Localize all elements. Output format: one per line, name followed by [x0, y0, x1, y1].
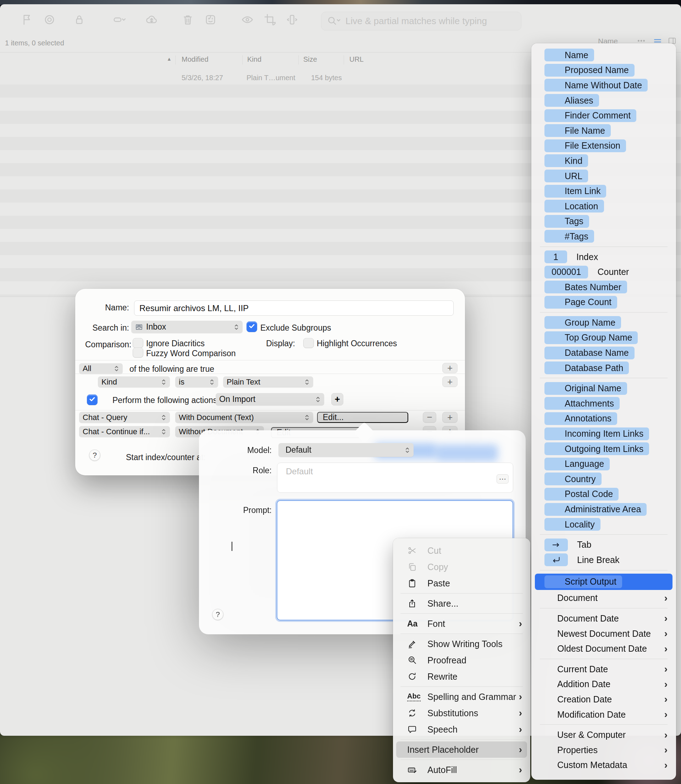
placeholder-menu-item[interactable]: Database Name › — [531, 345, 676, 360]
remove-action-button[interactable]: − — [423, 412, 436, 423]
help-button[interactable]: ? — [212, 609, 223, 620]
placeholder-menu-item[interactable]: Newest Document Date › — [531, 626, 676, 641]
context-menu-item[interactable]: AutoFill › — [396, 762, 527, 778]
search-input[interactable] — [345, 15, 516, 27]
placeholder-menu-item[interactable]: Name › — [531, 48, 676, 63]
placeholder-menu-item[interactable]: Kind › — [531, 153, 676, 168]
placeholder-menu-item[interactable]: User & Computer › — [531, 727, 676, 743]
column-divider[interactable] — [242, 55, 242, 65]
add-action-row-button[interactable]: + — [442, 412, 458, 423]
context-menu-item[interactable]: Show Writing Tools › — [396, 636, 527, 652]
add-condition-row-button[interactable]: + — [442, 376, 458, 387]
context-menu-item[interactable]: Paste › — [396, 575, 527, 591]
context-menu-item[interactable]: Proofread › — [396, 652, 527, 668]
placeholder-menu-item[interactable]: Annotations › — [531, 411, 676, 426]
placeholder-menu-item[interactable]: Line Break › — [531, 552, 676, 568]
placeholder-menu-item[interactable]: Current Date › — [531, 662, 676, 677]
column-header-modified[interactable]: Modified — [182, 54, 209, 65]
placeholder-menu-item[interactable]: Bates Number › — [531, 280, 676, 295]
condition-operator-dropdown[interactable]: is — [175, 376, 218, 387]
action-type-dropdown[interactable]: Chat - Continue if... — [79, 426, 170, 437]
column-divider[interactable] — [344, 55, 344, 65]
placeholder-menu-item[interactable]: Administrative Area › — [531, 502, 676, 517]
placeholder-menu-item[interactable]: Document › — [531, 591, 676, 606]
exclude-subgroups-checkbox[interactable] — [247, 322, 257, 332]
context-menu-item[interactable]: Share... › — [396, 595, 527, 611]
placeholder-menu-item[interactable]: Oldest Document Date › — [531, 641, 676, 656]
fuzzy-word-checkbox[interactable] — [133, 348, 143, 358]
placeholder-menu-item[interactable]: Location › — [531, 199, 676, 214]
placeholder-menu-item[interactable]: Document Date › — [531, 611, 676, 626]
placeholder-menu-item[interactable]: Top Group Name › — [531, 330, 676, 345]
placeholder-menu-item[interactable]: Name Without Date › — [531, 78, 676, 93]
placeholder-menu-item[interactable]: Language › — [531, 456, 676, 472]
condition-field-dropdown[interactable]: Kind — [98, 376, 170, 387]
context-menu-item[interactable]: › — [401, 593, 523, 594]
placeholder-menu-item[interactable]: Database Path › — [531, 360, 676, 376]
context-menu-item[interactable]: Copy › — [396, 559, 527, 575]
rule-name-input[interactable] — [134, 301, 454, 316]
edit-action-button[interactable]: Edit... — [317, 412, 408, 423]
placeholder-menu-item[interactable]: Country › — [531, 472, 676, 487]
placeholder-menu-item[interactable]: Tab › — [531, 537, 676, 552]
placeholder-menu-item[interactable]: › — [540, 378, 668, 378]
highlight-occurrences-checkbox[interactable] — [303, 338, 314, 348]
column-header-kind[interactable]: Kind — [247, 54, 261, 65]
placeholder-menu-item[interactable]: Incoming Item Links › — [531, 426, 676, 441]
context-menu-item[interactable]: Aa Font › — [396, 616, 527, 632]
placeholder-menu-item[interactable]: Tags › — [531, 214, 676, 229]
placeholder-menu-item[interactable]: Script Output › — [535, 573, 673, 590]
column-divider[interactable] — [298, 55, 299, 65]
placeholder-menu-item[interactable]: Aliases › — [531, 93, 676, 108]
context-menu-item[interactable]: › — [401, 686, 523, 687]
role-more-button[interactable]: ⋯ — [497, 474, 508, 483]
placeholder-menu-item[interactable]: Item Link › — [531, 184, 676, 199]
placeholder-menu-item[interactable]: Group Name › — [531, 315, 676, 330]
placeholder-menu-item[interactable]: › — [540, 608, 668, 608]
placeholder-menu-item[interactable]: Attachments › — [531, 396, 676, 411]
action-detail-dropdown[interactable]: With Document (Text) — [175, 412, 313, 423]
placeholder-menu-item[interactable]: Addition Date › — [531, 677, 676, 692]
placeholder-menu-item[interactable]: Page Count › — [531, 295, 676, 310]
placeholder-menu-item[interactable]: 000001 Counter › — [531, 264, 676, 280]
context-menu-item[interactable]: Substitutions › — [396, 705, 527, 721]
placeholder-menu-item[interactable]: #Tags › — [531, 229, 676, 244]
model-dropdown[interactable]: Default — [279, 443, 413, 457]
action-type-dropdown[interactable]: Chat - Query — [79, 412, 170, 423]
context-menu-item[interactable]: Insert Placeholder › — [396, 741, 527, 758]
perform-actions-checkbox[interactable] — [87, 394, 98, 405]
context-menu-item[interactable]: Speech › — [396, 721, 527, 738]
context-menu-item[interactable]: Abc Spelling and Grammar › — [396, 689, 527, 705]
match-scope-dropdown[interactable]: All — [79, 363, 123, 374]
placeholder-menu-item[interactable]: Proposed Name › — [531, 63, 676, 78]
help-button[interactable]: ? — [89, 450, 100, 461]
placeholder-menu-item[interactable]: Creation Date › — [531, 692, 676, 707]
add-condition-button[interactable]: + — [442, 363, 458, 373]
search-in-dropdown[interactable]: Inbox — [131, 321, 242, 333]
placeholder-menu-item[interactable]: Properties › — [531, 743, 676, 758]
placeholder-menu-item[interactable]: › — [540, 534, 668, 535]
placeholder-menu-item[interactable]: › — [540, 312, 668, 312]
context-menu-item[interactable]: › — [401, 760, 523, 760]
placeholder-menu-item[interactable]: Locality › — [531, 517, 676, 532]
column-header-url[interactable]: URL — [349, 54, 364, 65]
column-divider[interactable] — [175, 55, 176, 65]
placeholder-menu-item[interactable]: › — [540, 724, 668, 725]
placeholder-menu-item[interactable]: › — [540, 659, 668, 659]
role-field[interactable]: Default ⋯ — [277, 462, 513, 493]
placeholder-menu-item[interactable]: 1 Index › — [531, 249, 676, 265]
placeholder-menu-item[interactable]: File Name › — [531, 123, 676, 138]
placeholder-menu-item[interactable]: › — [540, 247, 668, 247]
ignore-diacritics-checkbox[interactable] — [133, 338, 143, 348]
placeholder-menu-item[interactable]: URL › — [531, 168, 676, 184]
sort-indicator[interactable]: ▲ — [167, 56, 172, 62]
placeholder-menu-item[interactable]: Modification Date › — [531, 707, 676, 722]
condition-value-dropdown[interactable]: Plain Text — [223, 376, 313, 387]
placeholder-menu-item[interactable]: › — [540, 570, 668, 570]
placeholder-menu-item[interactable]: Custom Metadata › — [531, 758, 676, 773]
placeholder-menu-item[interactable]: Outgoing Item Links › — [531, 441, 676, 456]
context-menu-item[interactable]: Cut › — [396, 542, 527, 559]
context-menu-item[interactable]: › — [401, 739, 523, 740]
placeholder-menu-item[interactable]: Postal Code › — [531, 487, 676, 502]
context-menu-item[interactable]: Rewrite › — [396, 668, 527, 685]
